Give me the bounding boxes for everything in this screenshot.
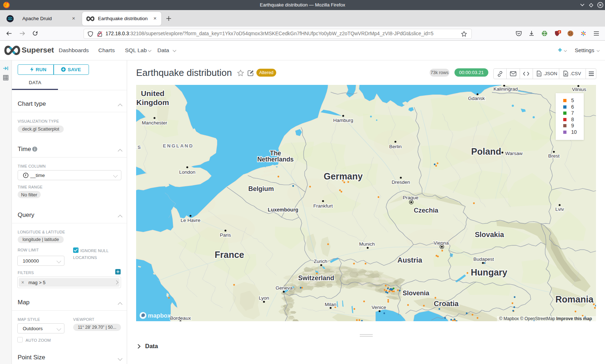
svg-text:Netherlands: Netherlands	[257, 156, 293, 163]
svg-text:Milan: Milan	[325, 302, 336, 307]
svg-text:Paris: Paris	[220, 232, 231, 238]
svg-text:Croatia: Croatia	[434, 300, 459, 308]
svg-text:ES: ES	[136, 145, 142, 150]
svg-text:Geneva: Geneva	[275, 285, 293, 291]
svg-text:ENGLAND: ENGLAND	[163, 143, 193, 149]
svg-text:Le Havre: Le Havre	[181, 218, 201, 223]
svg-text:Vilnius: Vilnius	[572, 87, 586, 92]
svg-text:Czechia: Czechia	[414, 207, 439, 214]
svg-text:Austria: Austria	[398, 256, 423, 264]
svg-text:Dresden: Dresden	[391, 179, 410, 185]
svg-text:9: 9	[571, 123, 574, 128]
svg-text:Budapest: Budapest	[473, 256, 494, 262]
svg-text:Warsaw: Warsaw	[505, 151, 523, 156]
svg-text:© Mapbox © OpenStreetMap Impro: © Mapbox © OpenStreetMap Improve this ma…	[499, 316, 592, 321]
svg-text:Romania: Romania	[555, 294, 594, 304]
svg-text:Prague: Prague	[403, 195, 418, 200]
svg-text:Hungary: Hungary	[471, 267, 507, 277]
svg-text:Kingdom: Kingdom	[136, 98, 169, 106]
svg-text:8: 8	[571, 117, 574, 122]
svg-text:Slovakia: Slovakia	[475, 231, 504, 238]
svg-text:Berlin: Berlin	[389, 144, 402, 149]
svg-text:Lyon: Lyon	[259, 295, 269, 301]
svg-text:Zurich: Zurich	[314, 259, 327, 264]
svg-text:Manchester: Manchester	[142, 120, 167, 126]
svg-text:United: United	[141, 89, 164, 97]
svg-text:7: 7	[571, 110, 574, 116]
svg-text:Frankfurt: Frankfurt	[313, 203, 333, 209]
svg-text:Switzerland: Switzerland	[298, 274, 334, 282]
svg-text:Lviv: Lviv	[555, 206, 564, 212]
svg-text:Venice: Venice	[372, 305, 386, 310]
svg-text:Gdansk: Gdansk	[468, 96, 485, 101]
svg-text:2: 2	[559, 30, 560, 33]
svg-text:Poland: Poland	[471, 146, 501, 156]
svg-text:Kaliningrad: Kaliningrad	[493, 86, 518, 92]
svg-text:Hamburg: Hamburg	[333, 118, 353, 123]
svg-text:Bordeaux: Bordeaux	[170, 315, 191, 321]
svg-text:6: 6	[571, 104, 574, 110]
svg-text:France: France	[215, 250, 244, 260]
svg-text:mapbox: mapbox	[148, 312, 171, 319]
svg-text:Belgium: Belgium	[248, 185, 274, 192]
svg-text:5: 5	[571, 97, 574, 103]
svg-text:London: London	[179, 169, 195, 175]
svg-text:Luxembourg: Luxembourg	[268, 207, 299, 213]
svg-text:Brest: Brest	[548, 153, 560, 159]
svg-text:Slovenia: Slovenia	[403, 290, 430, 297]
svg-text:10: 10	[571, 129, 577, 135]
svg-text:Germany: Germany	[324, 171, 363, 181]
svg-text:Munich: Munich	[359, 241, 375, 247]
